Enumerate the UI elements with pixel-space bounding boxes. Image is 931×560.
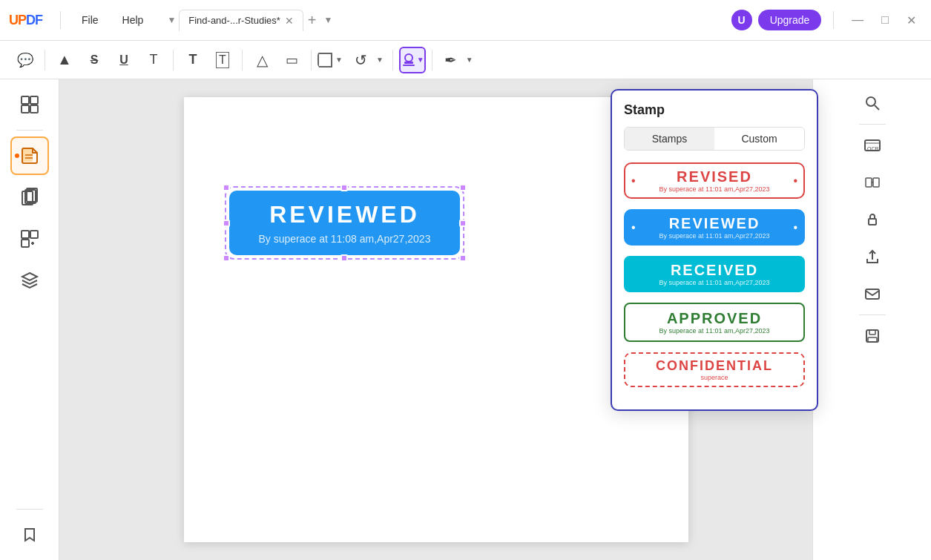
underline-tool[interactable]: U <box>111 47 137 73</box>
tab-close-button[interactable]: ✕ <box>285 15 294 27</box>
convert-icon <box>864 174 881 191</box>
stamp-tool[interactable]: ▼ <box>399 47 426 73</box>
svg-rect-14 <box>30 231 38 238</box>
shape-tool[interactable]: ▼ <box>318 51 346 68</box>
toolbar: 💬 ▲ S U T T T △ ▭ ▼ ↺ ▼ ▼ <box>0 41 931 79</box>
svg-rect-25 <box>869 219 876 225</box>
svg-rect-26 <box>866 289 879 299</box>
share-button[interactable] <box>855 239 890 274</box>
help-menu[interactable]: Help <box>114 11 153 29</box>
resize-handle-bl[interactable] <box>223 254 230 262</box>
sidebar-btn-edit[interactable] <box>10 136 49 175</box>
signature-tool[interactable]: ✒ ▼ <box>438 47 476 73</box>
sidebar-divider-2 <box>16 509 43 510</box>
tab-bar: ▼ Find-and-...r-Studies* ✕ + ▼ <box>164 10 725 31</box>
svg-rect-6 <box>30 105 38 113</box>
sidebar-btn-organize[interactable] <box>10 220 49 258</box>
text-edit-icon: T <box>150 52 158 67</box>
mail-button[interactable] <box>855 276 890 312</box>
svg-rect-1 <box>404 62 413 64</box>
tab-custom[interactable]: Custom <box>714 128 804 150</box>
shape-dropdown-arrow[interactable]: ▼ <box>332 51 346 68</box>
sidebar-btn-thumbnails[interactable] <box>10 85 49 124</box>
confidential-meta: superace <box>700 374 728 381</box>
right-divider-1 <box>859 124 886 125</box>
text-box-tool[interactable]: T <box>180 47 206 73</box>
svg-rect-15 <box>22 240 29 247</box>
fill-icon: ▭ <box>286 52 298 68</box>
highlight-tool[interactable]: ▲ <box>51 47 78 73</box>
file-menu[interactable]: File <box>73 11 108 29</box>
convert-button[interactable] <box>855 165 890 200</box>
stamp-content: REVIEWED By superace at 11:08 am,Apr27,2… <box>229 191 461 255</box>
close-button[interactable]: ✕ <box>901 10 922 30</box>
sidebar-btn-layers[interactable] <box>10 261 49 300</box>
reviewed-meta: By superace at 11:01 am,Apr27,2023 <box>659 232 769 240</box>
arc-dropdown-arrow[interactable]: ▼ <box>373 51 386 68</box>
upgrade-button[interactable]: Upgrade <box>758 10 822 30</box>
resize-handle-tr[interactable] <box>459 184 467 191</box>
strikethrough-icon: S <box>91 53 99 67</box>
stamp-panel: Stamp Stamps Custom REVISED By superace … <box>611 89 818 411</box>
resize-handle-tc[interactable] <box>341 184 348 191</box>
save-icon <box>864 328 881 344</box>
toolbar-divider-1 <box>45 50 45 70</box>
svg-text:OCR: OCR <box>867 146 879 151</box>
eraser-tool[interactable]: △ <box>249 47 275 73</box>
tab-prev-arrow[interactable]: ▼ <box>164 12 179 28</box>
save-button[interactable] <box>855 318 890 354</box>
text-block-tool[interactable]: T <box>209 47 236 73</box>
stamp-item-received[interactable]: RECEIVED By superace at 11:01 am,Apr27,2… <box>624 256 805 292</box>
sidebar-btn-bookmark[interactable] <box>10 515 49 554</box>
new-tab-button[interactable]: + <box>303 12 321 29</box>
comment-tool[interactable]: 💬 <box>12 47 39 73</box>
tab-dropdown-arrow[interactable]: ▼ <box>321 12 336 28</box>
resize-handle-br[interactable] <box>459 254 467 262</box>
sidebar-btn-pages[interactable] <box>10 178 49 217</box>
revised-name: REVISED <box>677 168 752 185</box>
sidebar-bottom <box>10 506 49 554</box>
main-area: REVIEWED By superace at 11:08 am,Apr27,2… <box>0 79 931 560</box>
edit-icon <box>19 145 40 166</box>
share-icon <box>864 248 881 265</box>
tab-stamps[interactable]: Stamps <box>625 128 714 150</box>
stamp-item-reviewed[interactable]: REVIEWED By superace at 11:01 am,Apr27,2… <box>624 209 805 246</box>
arc-tool[interactable]: ↺ ▼ <box>349 47 386 73</box>
ocr-icon: OCR <box>863 136 882 155</box>
signature-dropdown-arrow[interactable]: ▼ <box>463 51 476 68</box>
strikethrough-tool[interactable]: S <box>81 47 108 73</box>
toolbar-divider-5 <box>392 50 393 70</box>
minimize-button[interactable]: — <box>846 10 869 30</box>
title-right-divider <box>833 11 834 29</box>
stamp-list: REVISED By superace at 11:01 am,Apr27,20… <box>624 162 805 398</box>
reviewed-name: REVIEWED <box>669 215 760 232</box>
active-tab[interactable]: Find-and-...r-Studies* ✕ <box>179 10 303 31</box>
revised-meta: By superace at 11:01 am,Apr27,2023 <box>659 185 769 193</box>
stamp-item-revised[interactable]: REVISED By superace at 11:01 am,Apr27,20… <box>624 162 805 199</box>
ocr-button[interactable]: OCR <box>855 128 890 163</box>
tab-title: Find-and-...r-Studies* <box>188 15 280 26</box>
resize-handle-mr[interactable] <box>459 220 467 227</box>
stamp-dropdown-arrow[interactable]: ▼ <box>417 56 424 64</box>
resize-handle-ml[interactable] <box>223 220 230 227</box>
arc-icon: ↺ <box>349 47 373 73</box>
maximize-button[interactable]: □ <box>875 10 895 30</box>
shape-icon <box>318 53 332 67</box>
placed-stamp[interactable]: REVIEWED By superace at 11:08 am,Apr27,2… <box>225 186 465 260</box>
fill-tool[interactable]: ▭ <box>278 47 305 73</box>
svg-rect-24 <box>873 178 879 187</box>
approved-name: APPROVED <box>667 310 762 327</box>
title-right: U Upgrade — □ ✕ <box>731 10 922 30</box>
resize-handle-bc[interactable] <box>341 254 348 262</box>
stamp-item-confidential[interactable]: CONFIDENTIAL superace <box>624 352 805 387</box>
svg-rect-13 <box>22 231 29 238</box>
approved-meta: By superace at 11:01 am,Apr27,2023 <box>659 327 769 335</box>
stamp-item-approved[interactable]: APPROVED By superace at 11:01 am,Apr27,2… <box>624 303 805 342</box>
signature-icon: ✒ <box>438 47 463 73</box>
title-bar: UPDF File Help ▼ Find-and-...r-Studies* … <box>0 0 931 41</box>
protect-button[interactable] <box>855 202 890 237</box>
toolbar-divider-4 <box>311 50 312 70</box>
resize-handle-tl[interactable] <box>223 184 230 191</box>
search-button[interactable] <box>855 85 890 121</box>
text-edit-tool[interactable]: T <box>140 47 167 73</box>
